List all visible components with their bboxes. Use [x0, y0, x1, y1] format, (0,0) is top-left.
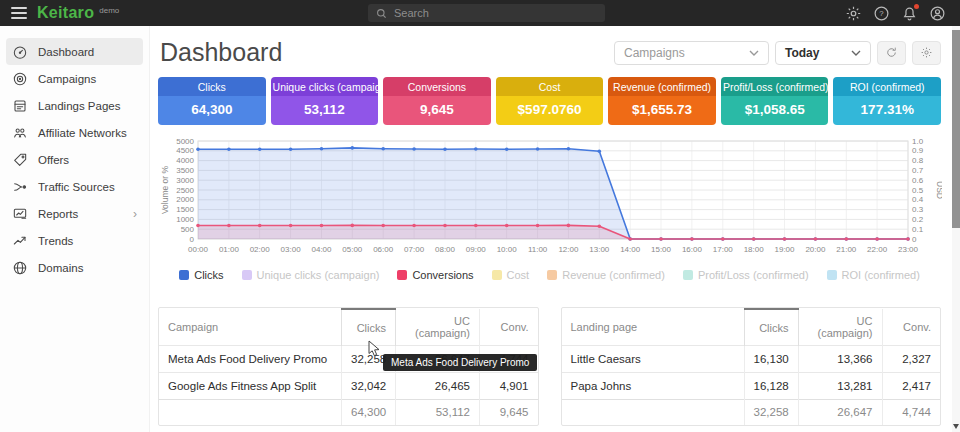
row-value-cell: 2,417: [882, 373, 940, 400]
row-name-cell[interactable]: Google Ads Fitness App Split: [159, 373, 342, 400]
row-name-cell[interactable]: Meta Ads Food Delivery Promo: [159, 346, 342, 373]
main-content: Dashboard Campaigns Today Clicks64,300Un…: [150, 26, 952, 432]
legend-swatch: [242, 270, 252, 280]
column-header-landing-page[interactable]: Landing page: [562, 309, 745, 346]
stat-card-revenue-confirmed[interactable]: Revenue (confirmed)$1,655.73: [608, 77, 716, 125]
svg-text:11:00: 11:00: [528, 245, 548, 254]
svg-text:5000: 5000: [176, 137, 194, 146]
legend-label: Unique clicks (campaign): [257, 269, 380, 281]
stat-card-cost[interactable]: Cost$597.0760: [496, 77, 604, 125]
sidebar-item-label: Traffic Sources: [38, 181, 115, 193]
svg-text:500: 500: [181, 225, 195, 234]
legend-label: ROI (confirmed): [842, 269, 920, 281]
legend-swatch: [397, 270, 407, 280]
table-row[interactable]: Google Ads Fitness App Split32,04226,465…: [159, 373, 538, 400]
vertical-scrollbar[interactable]: [952, 26, 960, 432]
sidebar-item-campaigns[interactable]: Campaigns: [6, 65, 143, 92]
stat-card-label: Revenue (confirmed): [608, 77, 716, 96]
notifications-icon[interactable]: [901, 5, 918, 22]
row-value-cell: 32,042: [342, 373, 396, 400]
sidebar-item-traffic-sources[interactable]: Traffic Sources: [6, 173, 143, 200]
stat-card-value: 9,645: [383, 96, 491, 125]
row-name-cell[interactable]: Papa Johns: [562, 373, 745, 400]
svg-text:03:00: 03:00: [281, 245, 302, 254]
stat-card-value: $597.0760: [496, 96, 604, 125]
sidebar-item-domains[interactable]: Domains: [6, 254, 143, 281]
stat-card-profit-loss-confirmed[interactable]: Profit/Loss (confirmed)$1,058.65: [721, 77, 829, 125]
account-icon[interactable]: [929, 5, 946, 22]
date-range-select[interactable]: Today: [775, 41, 871, 65]
app-logo: Keitaro: [37, 4, 94, 22]
dashboard-settings-button[interactable]: [912, 41, 941, 65]
svg-text:0.9: 0.9: [912, 146, 924, 155]
scrollbar-thumb[interactable]: [952, 30, 960, 228]
svg-text:05:00: 05:00: [342, 245, 363, 254]
refresh-button[interactable]: [877, 41, 906, 65]
stat-card-label: Clicks: [158, 77, 266, 96]
legend-swatch: [179, 270, 189, 280]
legend-item-conversions[interactable]: Conversions: [397, 269, 473, 281]
stat-card-clicks[interactable]: Clicks64,300: [158, 77, 266, 125]
legend-item-revenue-confirmed[interactable]: Revenue (confirmed): [547, 269, 665, 281]
column-header-conv[interactable]: Conv.: [882, 309, 940, 346]
sidebar-item-affiliate-networks[interactable]: Affiliate Networks: [6, 119, 143, 146]
legend-item-unique-clicks-campaign[interactable]: Unique clicks (campaign): [242, 269, 380, 281]
sidebar-item-landings-pages[interactable]: Landings Pages: [6, 92, 143, 119]
sidebar-item-label: Reports: [38, 208, 78, 220]
sidebar-item-dashboard[interactable]: Dashboard: [6, 38, 143, 65]
stat-cards: Clicks64,300Unique clicks (campaign)53,1…: [158, 77, 941, 125]
scrollbar-down-arrow[interactable]: [953, 424, 959, 429]
svg-text:02:00: 02:00: [250, 245, 271, 254]
svg-text:0.3: 0.3: [912, 205, 924, 214]
sidebar-item-label: Affiliate Networks: [38, 127, 127, 139]
trend-icon: [12, 233, 28, 249]
sidebar-item-trends[interactable]: Trends: [6, 227, 143, 254]
stat-card-unique-clicks-campaign[interactable]: Unique clicks (campaign)53,112: [271, 77, 379, 125]
stat-card-conversions[interactable]: Conversions9,645: [383, 77, 491, 125]
row-value-cell: 26,465: [396, 373, 480, 400]
svg-text:0.2: 0.2: [912, 215, 924, 224]
stat-card-label: Cost: [496, 77, 604, 96]
svg-text:0.1: 0.1: [912, 225, 924, 234]
campaigns-filter-select[interactable]: Campaigns: [614, 41, 769, 65]
svg-text:16:00: 16:00: [682, 245, 703, 254]
svg-text:13:00: 13:00: [589, 245, 610, 254]
svg-text:04:00: 04:00: [311, 245, 332, 254]
target-icon: [12, 71, 28, 87]
stat-card-value: $1,058.65: [721, 96, 829, 125]
settings-icon[interactable]: [845, 5, 862, 22]
landing-pages-table: Landing pageClicksUC (campaign)Conv.Litt…: [561, 307, 942, 426]
legend-item-clicks[interactable]: Clicks: [179, 269, 223, 281]
column-header-uc-campaign[interactable]: UC (campaign): [396, 309, 480, 346]
legend-item-profit-loss-confirmed[interactable]: Profit/Loss (confirmed): [683, 269, 809, 281]
sidebar-item-label: Trends: [38, 235, 73, 247]
total-cell: 26,647: [798, 400, 882, 425]
table-row[interactable]: Papa Johns16,12813,2812,417: [562, 373, 941, 400]
column-header-clicks[interactable]: Clicks: [744, 309, 798, 346]
row-name-cell[interactable]: Little Caesars: [562, 346, 745, 373]
column-header-conv[interactable]: Conv.: [480, 309, 538, 346]
stat-card-roi-confirmed[interactable]: ROI (confirmed)177.31%: [833, 77, 941, 125]
svg-text:00:00: 00:00: [188, 245, 209, 254]
sidebar-item-offers[interactable]: Offers: [6, 146, 143, 173]
search-input[interactable]: [394, 7, 597, 19]
search-icon: [376, 8, 387, 19]
column-header-uc-campaign[interactable]: UC (campaign): [798, 309, 882, 346]
svg-text:4500: 4500: [176, 146, 194, 155]
legend-item-roi-confirmed[interactable]: ROI (confirmed): [827, 269, 920, 281]
page-title: Dashboard: [158, 38, 282, 67]
notification-badge: [914, 4, 919, 9]
help-icon[interactable]: ?: [873, 5, 890, 22]
table-row[interactable]: Little Caesars16,13013,3662,327: [562, 346, 941, 373]
svg-text:10:00: 10:00: [497, 245, 518, 254]
legend-item-cost[interactable]: Cost: [492, 269, 530, 281]
total-cell: 32,258: [744, 400, 798, 425]
chevron-down-icon: [851, 50, 861, 56]
chart-legend: ClicksUnique clicks (campaign)Conversion…: [158, 269, 941, 281]
column-header-campaign[interactable]: Campaign: [159, 309, 342, 346]
menu-icon[interactable]: [11, 7, 27, 19]
column-header-clicks[interactable]: Clicks: [342, 309, 396, 346]
global-search[interactable]: [368, 4, 605, 22]
sidebar-item-label: Dashboard: [38, 46, 94, 58]
sidebar-item-reports[interactable]: Reports›: [6, 200, 143, 227]
